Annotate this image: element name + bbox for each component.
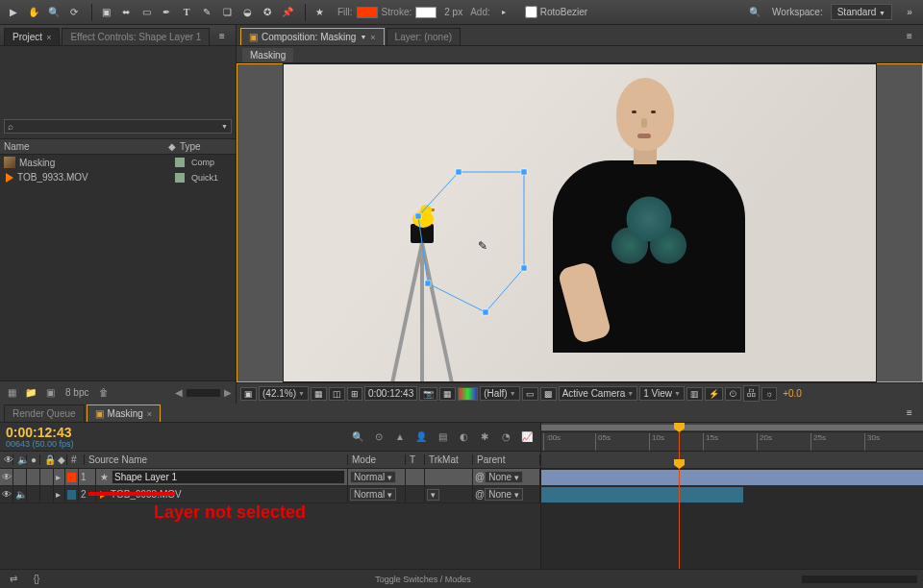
autokf-icon[interactable]: ◔: [498, 429, 513, 445]
hand-tool-icon[interactable]: ✋: [24, 3, 43, 22]
puppet-tool-icon[interactable]: 📌: [278, 3, 297, 22]
label-color[interactable]: [67, 473, 76, 482]
selection-tool-icon[interactable]: ▶: [4, 3, 23, 22]
mask-vis-icon[interactable]: ◫: [329, 387, 345, 401]
search-help-icon[interactable]: 🔍: [745, 3, 764, 22]
trkmat-dropdown[interactable]: ▾: [427, 489, 439, 501]
lock-toggle[interactable]: [40, 469, 54, 485]
pickwhip-icon[interactable]: @: [475, 489, 485, 500]
transparency-grid-icon[interactable]: ▩: [540, 387, 557, 401]
source-name-column[interactable]: Source Name: [85, 454, 348, 465]
twirl-icon[interactable]: ▸: [54, 486, 65, 502]
lock-column-icon[interactable]: 🔒: [40, 454, 54, 465]
solo-toggle[interactable]: [27, 486, 40, 502]
layer-bar-video[interactable]: [541, 487, 743, 502]
new-folder-icon[interactable]: 📁: [23, 385, 38, 401]
stroke-swatch[interactable]: [415, 7, 437, 18]
delete-icon[interactable]: 🗑: [96, 385, 112, 401]
exposure-value[interactable]: +0.0: [779, 388, 806, 399]
fast-preview-icon[interactable]: ⚡: [705, 387, 723, 401]
interpret-footage-icon[interactable]: ▦: [4, 385, 19, 401]
eraser-tool-icon[interactable]: ◒: [237, 3, 257, 22]
resolution-dropdown[interactable]: (Half)▼: [480, 386, 519, 401]
toggle-switches-icon[interactable]: ⇄: [6, 572, 21, 587]
bpc-toggle[interactable]: 8 bpc: [62, 387, 92, 398]
rotobezier-checkbox[interactable]: [525, 6, 537, 18]
res-grid-icon[interactable]: ▦: [311, 387, 327, 401]
close-icon[interactable]: ×: [46, 33, 51, 42]
workspace-dropdown[interactable]: Standard ▼: [831, 4, 892, 20]
viewer-canvas[interactable]: ✎: [237, 63, 923, 382]
parent-dropdown[interactable]: None ▾: [485, 488, 522, 501]
shape-preset-icon[interactable]: ★: [310, 3, 329, 22]
brainstorm-icon[interactable]: ✱: [477, 429, 492, 445]
zoom-dropdown[interactable]: (42.1%)▼: [259, 386, 309, 401]
parent-dropdown[interactable]: None ▾: [485, 471, 522, 483]
viewer-subtab[interactable]: Masking: [242, 48, 293, 62]
timeline-tracks[interactable]: [541, 469, 923, 569]
preserve-transparency[interactable]: [406, 469, 425, 485]
close-icon[interactable]: ×: [370, 33, 375, 42]
preserve-transparency[interactable]: [406, 486, 425, 502]
lock-toggle[interactable]: [40, 486, 54, 502]
rotate-tool-icon[interactable]: ⟳: [64, 3, 84, 22]
trkmat-dropdown[interactable]: [425, 469, 473, 485]
trkmat-column[interactable]: TrkMat: [425, 454, 473, 465]
chevron-right-icon[interactable]: »: [900, 3, 919, 22]
layer-row[interactable]: 👁 🔈 ▸ 2 TOB_9933.MOV Normal ▾ ▾ @ None ▾: [0, 486, 540, 503]
t-column[interactable]: T: [406, 454, 425, 465]
audio-toggle[interactable]: 🔈: [13, 486, 27, 502]
audio-toggle[interactable]: [13, 469, 27, 485]
close-icon[interactable]: ×: [147, 409, 152, 419]
column-type[interactable]: Type: [180, 141, 232, 152]
project-item-footage[interactable]: TOB_9933.MOV Quick1: [0, 170, 236, 184]
mode-dropdown[interactable]: Normal ▾: [350, 488, 396, 501]
work-area-bar[interactable]: [541, 423, 923, 432]
mode-column[interactable]: Mode: [348, 454, 406, 465]
panel-menu-icon[interactable]: ≡: [212, 26, 232, 45]
tab-composition[interactable]: ▣ Composition: Masking ▼ ×: [240, 28, 385, 45]
always-preview-toggle[interactable]: ▣: [240, 387, 257, 401]
scrollbar[interactable]: [187, 389, 220, 397]
layer-name-input[interactable]: [112, 470, 345, 484]
brush-tool-icon[interactable]: ✎: [197, 3, 216, 22]
column-name[interactable]: Name: [4, 141, 168, 152]
audio-column-icon[interactable]: 🔈: [13, 454, 27, 465]
video-toggle[interactable]: 👁: [0, 486, 13, 502]
type-tool-icon[interactable]: T: [177, 3, 196, 22]
new-comp-icon[interactable]: ▣: [42, 385, 58, 401]
tab-effect-controls[interactable]: Effect Controls: Shape Layer 1: [62, 28, 210, 45]
comp-mini-flowchart-icon[interactable]: ⊙: [371, 429, 387, 445]
camera-dropdown[interactable]: Active Camera▼: [559, 386, 638, 401]
layer-row[interactable]: 👁 ▸ 1 ★ Normal ▾ @ None ▾: [0, 469, 540, 486]
zoom-scrollbar[interactable]: [802, 576, 917, 583]
rotobrush-tool-icon[interactable]: ✪: [258, 3, 277, 22]
frame-blend-icon[interactable]: ▤: [435, 429, 450, 445]
tab-project[interactable]: Project ×: [4, 28, 60, 45]
index-column[interactable]: #: [67, 454, 85, 465]
solo-toggle[interactable]: [27, 469, 40, 485]
panel-menu-icon[interactable]: ≡: [900, 403, 919, 422]
stroke-width-field[interactable]: 2 px: [440, 7, 466, 17]
pixel-aspect-icon[interactable]: ▥: [686, 387, 703, 401]
timecode-block[interactable]: 0:00:12:43 00643 (50.00 fps): [6, 426, 74, 449]
zoom-tool-icon[interactable]: 🔍: [44, 3, 63, 22]
pickwhip-icon[interactable]: @: [475, 472, 485, 482]
roi-icon[interactable]: ▭: [522, 387, 538, 401]
scroll-right-icon[interactable]: ▶: [224, 387, 232, 398]
twirl-icon[interactable]: ▸: [54, 469, 65, 485]
parent-column[interactable]: Parent: [473, 454, 540, 465]
mode-dropdown[interactable]: Normal ▾: [350, 471, 396, 483]
tab-layer[interactable]: Layer: (none): [387, 28, 461, 45]
video-column-icon[interactable]: 👁: [0, 454, 13, 465]
label-column-icon[interactable]: ◆: [168, 141, 180, 152]
label-color[interactable]: [67, 490, 76, 500]
pen-tool-icon[interactable]: ✒: [157, 3, 176, 22]
video-toggle[interactable]: 👁: [0, 469, 13, 485]
timecode-display[interactable]: 0:00:12:43: [364, 386, 417, 401]
draft3d-icon[interactable]: ▲: [392, 429, 408, 445]
add-dropdown-icon[interactable]: ▸: [494, 3, 513, 22]
guides-icon[interactable]: ⊞: [347, 387, 362, 401]
pan-behind-tool-icon[interactable]: ⬌: [116, 3, 136, 22]
flowchart-icon[interactable]: 品: [743, 385, 760, 402]
